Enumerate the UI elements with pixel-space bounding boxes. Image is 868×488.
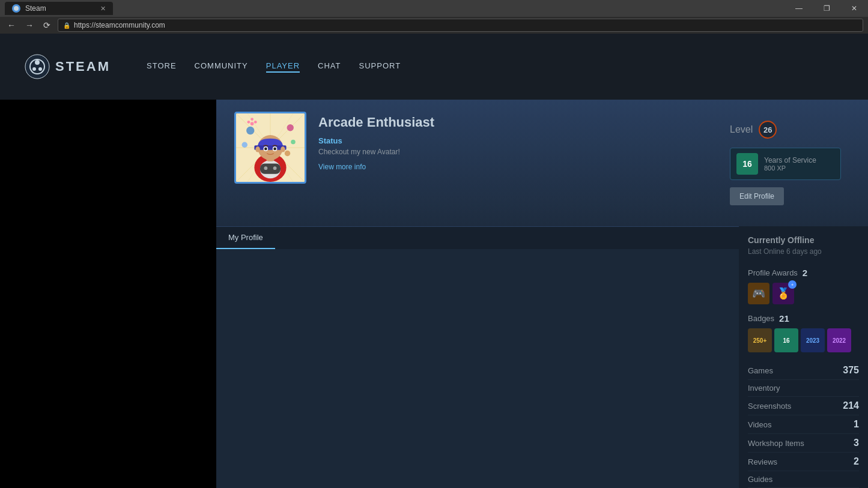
- awards-header: Profile Awards 2: [748, 268, 859, 278]
- svg-point-19: [247, 121, 250, 124]
- svg-point-1: [25, 55, 49, 79]
- stats-workshop[interactable]: Workshop Items 3: [748, 434, 859, 453]
- minimize-button[interactable]: —: [785, 0, 813, 17]
- profile-status-label: Status: [318, 136, 709, 145]
- lock-icon: 🔒: [63, 22, 70, 29]
- workshop-count: 3: [854, 438, 859, 448]
- svg-point-3: [35, 60, 40, 65]
- avatar-svg: [236, 113, 305, 182]
- nav-player[interactable]: PLAYER: [266, 61, 300, 73]
- restore-button[interactable]: ❐: [813, 0, 840, 17]
- svg-point-14: [242, 142, 248, 148]
- main-content: Arcade Enthusiast Status Checkout my new…: [0, 100, 868, 488]
- close-button[interactable]: ✕: [840, 0, 868, 17]
- svg-point-13: [246, 127, 254, 134]
- stats-inventory[interactable]: Inventory: [748, 380, 859, 397]
- award-icon-1[interactable]: 🎮: [748, 283, 769, 304]
- profile-status-text: Checkout my new Avatar!: [318, 148, 709, 156]
- badge-250plus[interactable]: 250+: [748, 328, 772, 352]
- badges-section: Badges 21 250+ 16 2023 2022: [748, 313, 859, 352]
- view-more-link[interactable]: View more info: [318, 163, 366, 171]
- tab-favicon: [12, 4, 20, 13]
- svg-point-5: [38, 67, 42, 71]
- badge-2023[interactable]: 2023: [801, 328, 825, 352]
- guides-label: Guides: [748, 475, 772, 484]
- badges-count: 21: [779, 313, 789, 324]
- right-stats-panel: Currently Offline Last Online 6 days ago…: [739, 226, 868, 488]
- profile-tabs: My Profile: [216, 226, 739, 249]
- years-service-label: Years of Service: [764, 156, 816, 164]
- years-info: Years of Service 800 XP: [764, 156, 816, 172]
- forward-button[interactable]: →: [23, 19, 36, 31]
- profile-body: My Profile Currently Offline Last Online…: [216, 226, 868, 488]
- svg-point-35: [281, 146, 285, 152]
- svg-rect-24: [260, 164, 281, 174]
- profile-awards-section: Profile Awards 2 🎮 🏅 +: [748, 268, 859, 304]
- refresh-button[interactable]: ⟳: [41, 19, 53, 31]
- svg-point-17: [285, 151, 291, 157]
- profile-username: Arcade Enthusiast: [318, 115, 709, 130]
- window-controls: — ❐ ✕: [785, 0, 868, 17]
- awards-count: 2: [803, 268, 807, 278]
- steam-logo[interactable]: STEAM: [24, 53, 111, 80]
- stats-reviews[interactable]: Reviews 2: [748, 453, 859, 471]
- avatar-image: [236, 113, 305, 182]
- svg-point-33: [273, 148, 276, 151]
- stats-games[interactable]: Games 375: [748, 361, 859, 380]
- svg-point-26: [273, 166, 277, 170]
- nav-store[interactable]: STORE: [147, 61, 177, 73]
- svg-point-21: [250, 118, 253, 121]
- profile-info: Arcade Enthusiast Status Checkout my new…: [318, 112, 709, 214]
- nav-community[interactable]: COMMUNITY: [195, 61, 248, 73]
- games-count: 375: [843, 365, 859, 376]
- stats-screenshots[interactable]: Screenshots 214: [748, 397, 859, 415]
- badge-2022[interactable]: 2022: [827, 328, 851, 352]
- badge-16[interactable]: 16: [774, 328, 798, 352]
- online-status: Currently Offline: [748, 235, 859, 245]
- svg-point-16: [291, 140, 296, 145]
- edit-profile-button[interactable]: Edit Profile: [730, 187, 784, 205]
- tab-my-profile[interactable]: My Profile: [216, 227, 275, 249]
- avatar[interactable]: [234, 112, 306, 184]
- award-icon-2[interactable]: 🏅 +: [772, 283, 794, 304]
- stats-guides[interactable]: Guides: [748, 471, 859, 488]
- screenshots-count: 214: [843, 400, 859, 411]
- svg-point-25: [264, 166, 268, 170]
- workshop-label: Workshop Items: [748, 439, 804, 448]
- years-service-xp: 800 XP: [764, 164, 816, 172]
- last-online: Last Online 6 days ago: [748, 247, 859, 256]
- back-button[interactable]: ←: [5, 19, 18, 31]
- stats-videos[interactable]: Videos 1: [748, 415, 859, 434]
- profile-header: Arcade Enthusiast Status Checkout my new…: [216, 100, 868, 226]
- left-sidebar: [0, 100, 216, 488]
- svg-point-18: [250, 122, 254, 125]
- steam-logo-icon: [24, 53, 50, 80]
- svg-point-34: [255, 146, 260, 152]
- svg-point-32: [264, 148, 267, 151]
- videos-count: 1: [854, 419, 859, 430]
- inventory-label: Inventory: [748, 384, 780, 393]
- level-badge: 26: [759, 121, 777, 139]
- svg-point-0: [14, 6, 19, 11]
- level-row: Level 26: [730, 121, 841, 139]
- nav-chat[interactable]: CHAT: [318, 61, 341, 73]
- svg-point-15: [287, 124, 294, 131]
- svg-point-20: [254, 121, 257, 124]
- screenshots-label: Screenshots: [748, 402, 791, 411]
- level-panel: Level 26 16 Years of Service 800 XP Edit…: [721, 112, 850, 214]
- browser-tab[interactable]: Steam ✕: [5, 2, 113, 15]
- level-label: Level: [730, 124, 753, 135]
- address-bar[interactable]: 🔒 https://steamcommunity.com: [58, 19, 863, 32]
- badges-icons: 250+ 16 2023 2022: [748, 328, 859, 352]
- awards-icons: 🎮 🏅 +: [748, 283, 859, 304]
- reviews-label: Reviews: [748, 457, 777, 466]
- nav-support[interactable]: SUPPORT: [359, 61, 401, 73]
- nav-links: STORE COMMUNITY PLAYER CHAT SUPPORT: [147, 61, 401, 73]
- years-of-service-badge: 16 Years of Service 800 XP: [730, 148, 841, 180]
- tab-close-button[interactable]: ✕: [100, 5, 106, 13]
- svg-point-4: [32, 67, 36, 71]
- badges-label: Badges: [748, 314, 774, 323]
- profile-left-section: My Profile: [216, 226, 739, 488]
- profile-main-content: [216, 249, 739, 488]
- steam-navigation: STEAM STORE COMMUNITY PLAYER CHAT SUPPOR…: [0, 34, 868, 100]
